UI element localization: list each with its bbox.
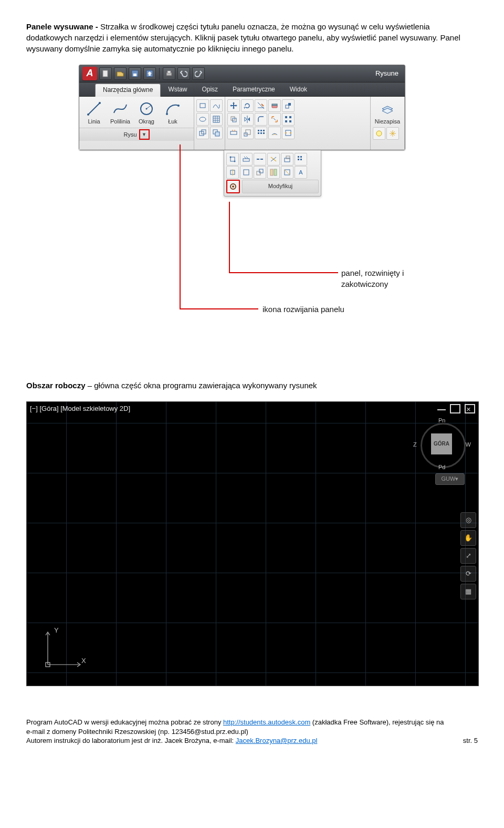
footer-link-email[interactable]: Jacek.Brozyna@prz.edu.pl — [236, 737, 318, 744]
offset-icon[interactable] — [268, 127, 281, 139]
modify-hatch-icon[interactable] — [210, 113, 223, 126]
svg-rect-53 — [244, 170, 249, 175]
modify-spline-icon[interactable] — [210, 99, 223, 112]
tab-home[interactable]: Narzędzia główne — [95, 84, 161, 97]
erase-icon[interactable] — [268, 99, 281, 112]
modify-region-icon[interactable] — [196, 127, 209, 139]
nav-zoom-extents-icon[interactable]: ⤢ — [460, 548, 476, 564]
ucs-y-label: Y — [54, 626, 59, 635]
panel-layers: Niezapisa — [371, 97, 405, 150]
ex-blend-icon[interactable] — [267, 166, 280, 179]
tool-polyline[interactable]: Polilinia — [108, 99, 133, 127]
navigation-bar: ◎ ✋ ⤢ ⟳ ▦ — [460, 512, 476, 599]
modify-rect-icon[interactable] — [196, 99, 209, 112]
ucs-x-label: X — [81, 656, 86, 666]
layer-state-dropdown[interactable]: Niezapisa — [373, 99, 402, 127]
tab-insert[interactable]: Wstaw — [161, 82, 194, 96]
tab-parametric[interactable]: Parametryczne — [225, 82, 282, 96]
ex-align-icon[interactable] — [240, 153, 253, 165]
ex-lengthen-icon[interactable] — [267, 153, 280, 165]
svg-rect-36 — [263, 130, 265, 131]
lead2-text: – główna część okna programu zawierająca… — [86, 381, 317, 390]
callout-expand-label: ikona rozwijania panelu — [262, 304, 344, 315]
nav-orbit-icon[interactable]: ⟳ — [460, 566, 476, 582]
layer-on-icon[interactable] — [373, 127, 385, 140]
maximize-viewport-icon[interactable] — [450, 404, 460, 413]
trim-icon[interactable] — [255, 99, 267, 112]
svg-point-8 — [99, 102, 101, 104]
viewcube-face[interactable]: GÓRA — [431, 433, 452, 454]
minimize-viewport-icon[interactable] — [437, 404, 446, 410]
qat-separator — [159, 68, 160, 79]
array-grid-icon[interactable] — [282, 113, 295, 126]
ex-break-icon[interactable] — [254, 153, 266, 165]
svg-rect-28 — [289, 116, 291, 118]
qat-print-icon[interactable] — [163, 67, 175, 80]
callout-line-pin-v — [229, 202, 230, 272]
panel-draw-title[interactable]: Rysu ▼ — [79, 128, 194, 141]
mirror-icon[interactable] — [241, 113, 254, 126]
move-icon[interactable] — [227, 99, 240, 112]
compass-s: Pd — [438, 463, 445, 471]
svg-rect-30 — [289, 120, 291, 122]
ex-edit-pline-icon[interactable] — [281, 153, 293, 165]
panel-expand-icon[interactable]: ▼ — [139, 129, 150, 140]
footer-link-autodesk[interactable]: http://students.autodesk.com — [223, 718, 310, 726]
tool-circle[interactable]: Okrąg — [134, 99, 159, 127]
modify-ellipse-icon[interactable] — [196, 113, 209, 126]
tool-arc[interactable]: Łuk — [160, 99, 185, 127]
pin-panel-icon[interactable] — [226, 180, 240, 193]
tool-line[interactable]: Linia — [81, 99, 107, 127]
stretch-icon[interactable] — [227, 127, 240, 139]
svg-rect-0 — [103, 70, 108, 77]
explode-icon[interactable] — [282, 99, 295, 112]
tab-view[interactable]: Widok — [282, 82, 314, 96]
ex-array-small-icon[interactable] — [295, 153, 307, 165]
ex-change-space-icon[interactable] — [281, 166, 293, 179]
array-icon[interactable] — [255, 127, 267, 139]
nav-pan-icon[interactable]: ✋ — [460, 530, 476, 546]
qat-open-icon[interactable] — [114, 67, 127, 80]
svg-point-13 — [177, 105, 180, 107]
svg-rect-29 — [285, 120, 287, 122]
panel-modify-title[interactable]: Modyfikuj — [242, 180, 319, 193]
qat-save-icon[interactable] — [129, 67, 141, 80]
qat-undo-icon[interactable] — [177, 67, 190, 80]
close-viewport-icon[interactable]: × — [465, 404, 475, 413]
stretch-arrows-icon[interactable] — [268, 113, 281, 126]
drawing-grid — [27, 402, 478, 686]
ex-draworder-icon[interactable]: A — [295, 166, 307, 179]
svg-rect-27 — [285, 116, 287, 118]
ex-reverse-icon[interactable] — [240, 166, 253, 179]
scale-icon[interactable] — [241, 127, 254, 139]
compass-e: W — [466, 441, 471, 449]
copy-icon[interactable] — [227, 113, 240, 126]
svg-rect-48 — [298, 156, 299, 158]
ex-spline-edit-icon[interactable] — [226, 153, 239, 165]
qat-new-icon[interactable] — [99, 67, 112, 80]
panel-transform — [225, 97, 371, 150]
ucs-dropdown[interactable]: GUW ▾ — [435, 473, 465, 485]
modify-move-overlap-icon[interactable] — [210, 127, 223, 139]
qat-saveas-icon[interactable] — [143, 67, 156, 80]
ex-join-icon[interactable] — [226, 166, 239, 179]
svg-rect-56 — [270, 169, 273, 175]
titlebar: A Rysune — [79, 65, 405, 82]
svg-rect-42 — [230, 157, 235, 161]
join-icon[interactable] — [282, 127, 295, 139]
svg-rect-35 — [260, 130, 262, 131]
viewport-label[interactable]: [−] [Góra] [Model szkieletowy 2D] — [30, 404, 130, 413]
viewcube[interactable]: GÓRA Pn Pd Z W — [415, 418, 468, 470]
app-menu-button[interactable]: A — [82, 67, 97, 80]
fillet-icon[interactable] — [255, 113, 267, 126]
nav-showmotion-icon[interactable]: ▦ — [460, 584, 476, 599]
svg-rect-38 — [260, 132, 262, 134]
qat-redo-icon[interactable] — [192, 67, 205, 80]
rotate-icon[interactable] — [241, 99, 254, 112]
layer-freeze-icon[interactable] — [386, 127, 399, 140]
nav-wheel-icon[interactable]: ◎ — [460, 512, 476, 528]
svg-rect-14 — [200, 104, 205, 108]
ex-copy-nested-icon[interactable] — [254, 166, 266, 179]
tab-annotate[interactable]: Opisz — [194, 82, 225, 96]
callout-line-expand-h — [180, 308, 258, 309]
